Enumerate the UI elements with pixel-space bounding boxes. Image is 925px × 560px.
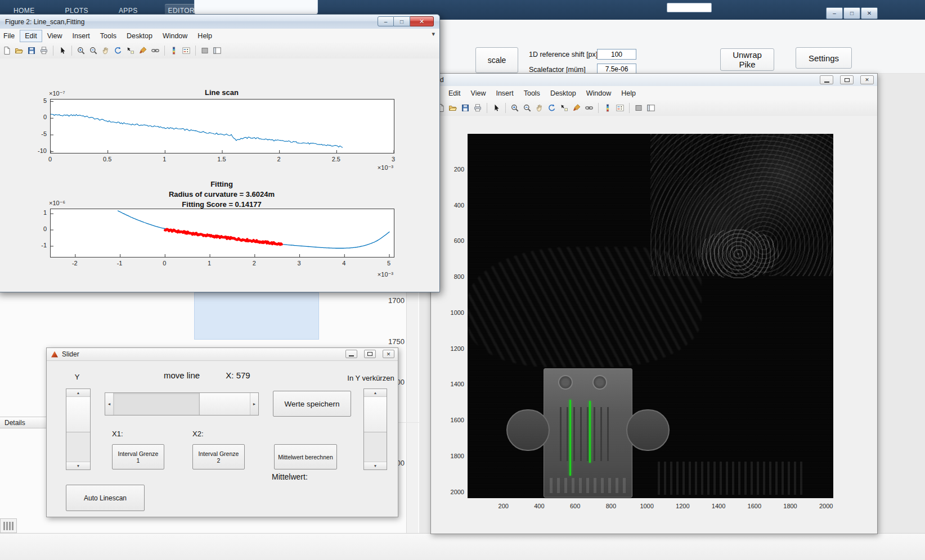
menu-bar: EditViewInsertToolsDesktopWindowHelp <box>431 86 877 101</box>
link-icon[interactable] <box>150 45 161 56</box>
menu-view[interactable]: View <box>466 87 491 100</box>
brush-icon[interactable] <box>137 45 149 56</box>
cursor-icon[interactable] <box>491 102 502 114</box>
x2-label: X2: <box>192 430 204 438</box>
slider-thumb[interactable] <box>199 393 250 415</box>
menu-edit[interactable]: Edit <box>20 30 42 42</box>
zoom-in-icon[interactable] <box>75 45 87 56</box>
close-button[interactable]: ✕ <box>383 350 394 358</box>
scale-button[interactable]: scale <box>475 47 518 73</box>
image-x-tick-label: 600 <box>564 503 586 509</box>
menu-insert[interactable]: Insert <box>491 87 518 100</box>
unwrap-pike-button[interactable]: Unwrap Pike <box>720 48 774 71</box>
menu-insert[interactable]: Insert <box>68 30 95 42</box>
arrow-left-icon[interactable]: ◄ <box>105 393 114 415</box>
status-bar <box>0 533 925 560</box>
mittelwert-berechnen-button[interactable]: Mittelwert berechnen <box>274 444 337 469</box>
toolstrip-search-box[interactable] <box>667 3 712 12</box>
rotate-icon[interactable] <box>546 102 558 114</box>
hide-plot-tools-icon[interactable] <box>199 45 210 56</box>
menu-tools[interactable]: Tools <box>95 30 122 42</box>
pan-icon[interactable] <box>100 45 111 56</box>
slider-thumb[interactable] <box>66 397 90 432</box>
interval-grenze-1-button[interactable]: Interval Grenze 1 <box>112 444 164 469</box>
data-cursor-icon[interactable] <box>125 45 136 56</box>
title-bar[interactable]: Figure 2: Line_scan,Fitting – □ ✕ <box>0 15 439 29</box>
werte-speichern-button[interactable]: Werte speichern <box>273 391 351 417</box>
resize-grip[interactable] <box>0 518 17 533</box>
cursor-icon[interactable] <box>57 45 68 56</box>
menu-desktop[interactable]: Desktop <box>545 87 581 100</box>
close-button[interactable]: ✕ <box>410 16 434 26</box>
menu-view[interactable]: View <box>42 30 68 42</box>
brush-icon[interactable] <box>571 102 582 114</box>
close-button[interactable]: ✕ <box>861 7 878 19</box>
series-fitted-curve <box>118 211 389 249</box>
arrow-up-icon[interactable]: ▲ <box>364 389 387 397</box>
legend-icon[interactable] <box>181 45 192 56</box>
slider-track[interactable] <box>114 393 199 415</box>
title-bar[interactable]: Slider ✕ <box>47 348 398 361</box>
minimize-button[interactable]: – <box>378 16 394 26</box>
menu-window[interactable]: Window <box>581 87 616 100</box>
line-scan-title: Line scan <box>50 88 393 97</box>
zoom-in-icon[interactable] <box>509 102 520 114</box>
menu-window[interactable]: Window <box>158 30 192 42</box>
arrow-down-icon[interactable]: ▼ <box>66 462 90 469</box>
menu-help[interactable]: Help <box>192 30 217 42</box>
shorten-y-slider[interactable]: ▲ ▼ <box>363 389 387 470</box>
details-panel-header[interactable]: Details <box>0 417 48 428</box>
minimize-button[interactable] <box>345 350 357 358</box>
link-icon[interactable] <box>583 102 595 114</box>
measurement-line[interactable] <box>569 400 571 476</box>
rotate-icon[interactable] <box>113 45 124 56</box>
arrow-down-icon[interactable]: ▼ <box>364 462 387 469</box>
legend-icon[interactable] <box>614 102 626 114</box>
colorbar-icon[interactable] <box>602 102 613 114</box>
print-icon[interactable] <box>38 45 50 56</box>
ref-shift-input[interactable] <box>597 49 636 60</box>
menu-desktop[interactable]: Desktop <box>122 30 158 42</box>
slider-track[interactable] <box>364 432 387 462</box>
title-bar[interactable]: d ✕ <box>431 74 877 87</box>
colorbar-icon[interactable] <box>168 45 179 56</box>
show-plot-tools-icon[interactable] <box>212 45 223 56</box>
move-line-slider[interactable]: ◄ ► <box>105 392 259 416</box>
menu-edit[interactable]: Edit <box>443 87 466 100</box>
menu-tools[interactable]: Tools <box>519 87 545 100</box>
print-icon[interactable] <box>472 102 483 114</box>
zoom-out-icon[interactable] <box>522 102 533 114</box>
arrow-right-icon[interactable]: ► <box>250 393 258 415</box>
save-icon[interactable] <box>460 102 471 114</box>
x-exponent-label: ×10⁻³ <box>348 271 393 278</box>
new-file-icon[interactable] <box>1 45 12 56</box>
maximize-button[interactable] <box>840 75 854 84</box>
menu-overflow-icon[interactable]: ▾ <box>432 30 435 38</box>
maximize-button[interactable]: □ <box>843 7 860 19</box>
minimize-button[interactable] <box>820 75 833 84</box>
menu-file[interactable]: File <box>0 30 20 42</box>
background-scrollbar[interactable] <box>406 292 418 533</box>
close-button[interactable]: ✕ <box>860 75 874 84</box>
open-file-icon[interactable] <box>14 45 25 56</box>
interval-grenze-2-button[interactable]: Interval Grenze 2 <box>192 444 245 469</box>
auto-linescan-button[interactable]: Auto Linescan <box>66 485 145 511</box>
data-cursor-icon[interactable] <box>559 102 570 114</box>
hide-plot-tools-icon[interactable] <box>633 102 644 114</box>
menu-help[interactable]: Help <box>616 87 641 100</box>
maximize-button[interactable] <box>364 350 376 358</box>
save-icon[interactable] <box>26 45 37 56</box>
zoom-out-icon[interactable] <box>88 45 99 56</box>
slider-thumb[interactable] <box>364 397 387 432</box>
toolbar-separator <box>487 103 487 113</box>
settings-button[interactable]: Settings <box>796 47 852 69</box>
open-file-icon[interactable] <box>447 102 459 114</box>
slider-track[interactable] <box>66 432 90 462</box>
measurement-line[interactable] <box>589 401 591 463</box>
show-plot-tools-icon[interactable] <box>645 102 657 114</box>
pan-icon[interactable] <box>534 102 545 114</box>
arrow-up-icon[interactable]: ▲ <box>66 389 90 397</box>
y-position-slider[interactable]: ▲ ▼ <box>66 389 91 470</box>
minimize-button[interactable]: – <box>826 7 843 19</box>
maximize-button[interactable]: □ <box>394 16 410 26</box>
